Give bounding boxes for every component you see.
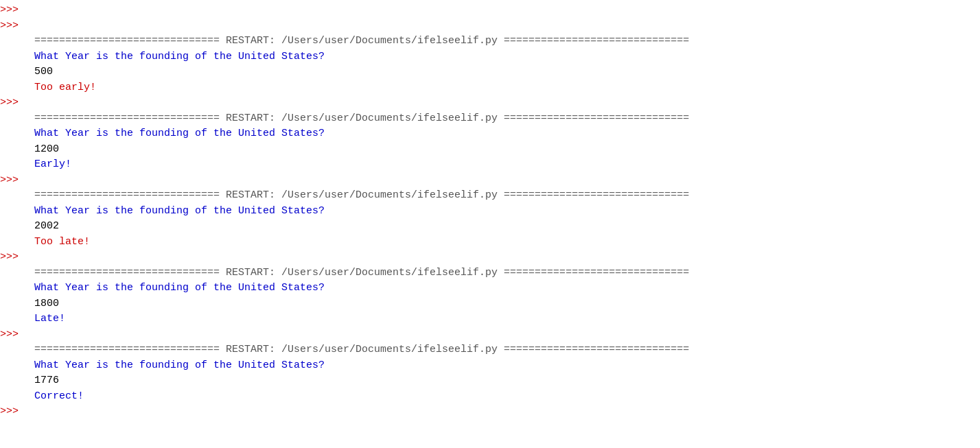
prompt-symbol: >>>	[0, 327, 29, 343]
result-line-1: Too early!	[0, 80, 980, 96]
prompt-after-2: >>>	[0, 173, 980, 189]
restart-line-3: ============================== RESTART: …	[0, 188, 980, 204]
prompt-after-1: >>>	[0, 95, 980, 111]
prompt-symbol: >>>	[0, 3, 29, 19]
restart-line-2: ============================== RESTART: …	[0, 111, 980, 127]
input-line-3: 2002	[0, 219, 980, 235]
result-line-2: Early!	[0, 157, 980, 173]
prompt-symbol: >>>	[0, 404, 29, 420]
prompt-symbol: >>>	[0, 19, 29, 34]
restart-line-1: ============================== RESTART: …	[0, 34, 980, 49]
input-line-4: 1800	[0, 296, 980, 312]
prompt-symbol: >>>	[0, 250, 29, 266]
result-line-3: Too late!	[0, 235, 980, 250]
input-line-1: 500	[0, 64, 980, 80]
question-line-1: What Year is the founding of the United …	[0, 49, 980, 65]
result-line-4: Late!	[0, 311, 980, 327]
prompt-after-3: >>>	[0, 250, 980, 266]
section-3: ============================== RESTART: …	[0, 188, 980, 250]
input-line-5: 1776	[0, 373, 980, 389]
initial-prompt-1: >>>	[0, 3, 980, 19]
restart-line-4: ============================== RESTART: …	[0, 266, 980, 281]
question-line-5: What Year is the founding of the United …	[0, 358, 980, 374]
initial-prompt-2: >>>	[0, 19, 980, 34]
section-4: ============================== RESTART: …	[0, 266, 980, 327]
terminal-window: >>> >>> ============================== R…	[0, 0, 980, 448]
prompt-after-5: >>>	[0, 404, 980, 420]
prompt-symbol: >>>	[0, 173, 29, 189]
section-2: ============================== RESTART: …	[0, 111, 980, 173]
question-line-2: What Year is the founding of the United …	[0, 126, 980, 142]
prompt-symbol: >>>	[0, 95, 29, 111]
result-line-5: Correct!	[0, 389, 980, 405]
question-line-4: What Year is the founding of the United …	[0, 281, 980, 296]
restart-line-5: ============================== RESTART: …	[0, 342, 980, 358]
prompt-after-4: >>>	[0, 327, 980, 343]
input-line-2: 1200	[0, 142, 980, 158]
section-5: ============================== RESTART: …	[0, 342, 980, 404]
section-1: ============================== RESTART: …	[0, 34, 980, 95]
question-line-3: What Year is the founding of the United …	[0, 204, 980, 220]
